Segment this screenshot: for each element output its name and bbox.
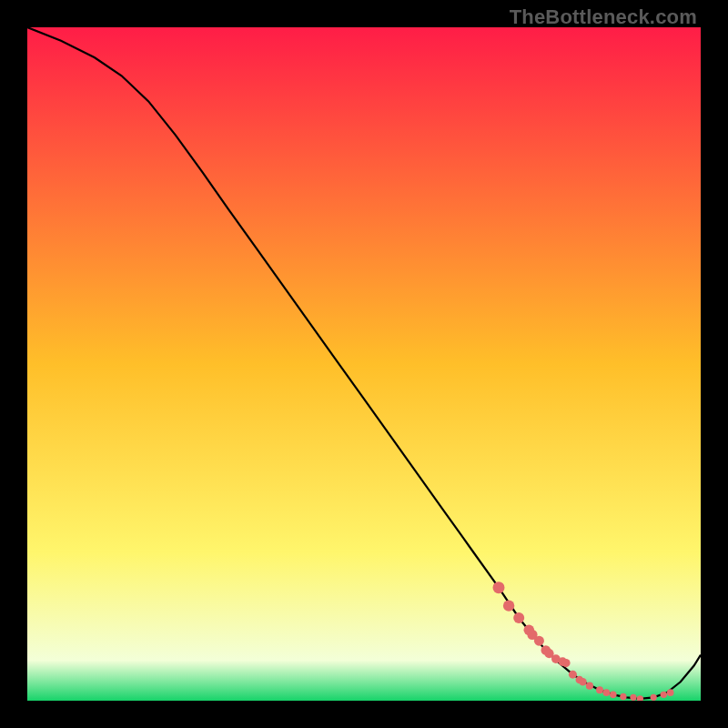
marker-point — [667, 689, 674, 696]
marker-point — [579, 678, 586, 685]
marker-point — [513, 612, 524, 623]
marker-point — [651, 694, 657, 701]
chart-svg — [27, 27, 701, 701]
marker-point — [630, 694, 636, 701]
marker-point — [561, 659, 570, 667]
marker-point — [534, 636, 544, 646]
chart-plot-area — [27, 27, 701, 701]
marker-point — [493, 581, 505, 593]
marker-point — [603, 689, 611, 696]
marker-point — [503, 600, 514, 611]
marker-point — [586, 682, 593, 690]
chart-background — [27, 27, 701, 701]
marker-point — [610, 692, 617, 699]
marker-point — [596, 686, 603, 693]
marker-point — [661, 692, 667, 698]
chart-frame: TheBottleneck.com — [0, 0, 728, 728]
watermark-text: TheBottleneck.com — [510, 5, 697, 29]
marker-point — [569, 671, 577, 679]
marker-point — [620, 693, 626, 700]
